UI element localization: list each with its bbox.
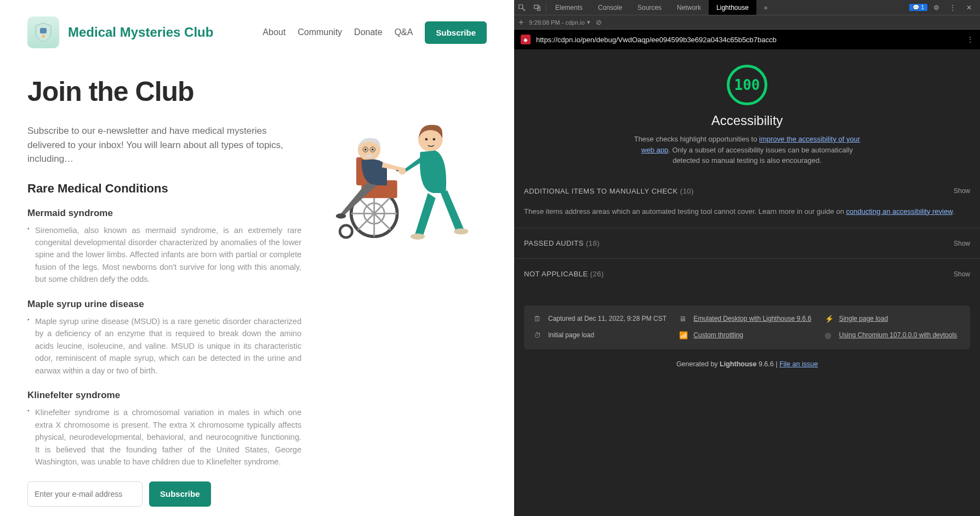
svg-point-26: [454, 228, 468, 234]
score-value: 100: [734, 77, 760, 93]
main-nav: About Community Donate Q&A Subscribe: [263, 21, 487, 44]
favicon-icon: ◆: [521, 35, 531, 44]
nav-community[interactable]: Community: [298, 27, 342, 37]
generated-by: Generated by Lighthouse 9.6.6 | File an …: [514, 358, 980, 377]
show-toggle[interactable]: Show: [954, 270, 970, 278]
show-toggle[interactable]: Show: [954, 187, 970, 195]
accessibility-review-link[interactable]: conducting an accessibility review: [846, 207, 953, 216]
svg-point-11: [340, 225, 352, 237]
condition-body: Maple syrup urine disease (MSUD) is a ra…: [35, 315, 301, 377]
main-content: Join the Club Subscribe to our e-newslet…: [27, 76, 301, 516]
audit-passed-label: Passed audits: [524, 239, 584, 247]
svg-point-20: [336, 213, 346, 218]
file-issue-link[interactable]: File an issue: [779, 360, 818, 368]
audit-na-count: (26): [590, 270, 604, 278]
chrome-icon: ◎: [825, 331, 834, 341]
audit-manual-row[interactable]: Additional items to manually check (10) …: [514, 176, 980, 206]
tab-overflow[interactable]: »: [756, 0, 776, 15]
brand-title: Medical Mysteries Club: [68, 25, 213, 40]
tab-network[interactable]: Network: [669, 0, 709, 15]
page-title: Join the Club: [27, 76, 301, 107]
settings-icon[interactable]: ⚙: [928, 4, 944, 12]
calendar-icon: 🗓: [534, 314, 543, 324]
audit-manual-desc: These items address areas which an autom…: [514, 206, 980, 228]
subscribe-submit-button[interactable]: Subscribe: [149, 481, 211, 507]
timer-icon: ⏱: [534, 331, 543, 341]
webpage: Medical Mysteries Club About Community D…: [0, 0, 514, 516]
hero-illustration: [318, 76, 487, 516]
logo-icon: [27, 16, 59, 48]
show-toggle[interactable]: Show: [954, 240, 970, 247]
report-metadata: 🗓Captured at Dec 11, 2022, 9:28 PM CST 🖥…: [524, 305, 970, 349]
tab-sources[interactable]: Sources: [630, 0, 669, 15]
subscribe-button[interactable]: Subscribe: [425, 21, 487, 44]
nav-about[interactable]: About: [263, 27, 286, 37]
condition-title: Mermaid syndrome: [27, 208, 301, 219]
meta-throttling: 📶Custom throttling: [679, 331, 814, 341]
issues-badge[interactable]: 💬 1: [909, 4, 927, 11]
issues-count: 1: [921, 4, 924, 10]
condition-title: Maple syrup urine disease: [27, 299, 301, 310]
intro-text: Subscribe to our e-newsletter and have m…: [27, 124, 301, 166]
brand: Medical Mysteries Club: [27, 16, 213, 48]
url-menu-icon[interactable]: ⋮: [967, 36, 973, 43]
section-heading: Rare Medical Conditions: [27, 182, 301, 196]
lighthouse-report[interactable]: 100 Accessibility These checks highlight…: [514, 49, 980, 516]
svg-rect-1: [42, 35, 45, 38]
lighthouse-toolbar: + 9:28:08 PM - cdpn.io ▾ ⊘: [514, 15, 980, 30]
nav-donate[interactable]: Donate: [354, 27, 383, 37]
site-header: Medical Mysteries Club About Community D…: [27, 16, 487, 48]
meta-initial: ⏱Initial page load: [534, 331, 669, 341]
svg-point-17: [372, 149, 374, 151]
network-icon: 📶: [679, 331, 688, 341]
device-toggle-icon[interactable]: [529, 0, 545, 15]
separator: [546, 2, 546, 13]
svg-rect-0: [40, 28, 47, 33]
close-icon[interactable]: ✕: [961, 4, 977, 12]
devtools-tabbar: Elements Console Sources Network Lightho…: [514, 0, 980, 15]
score-description: These checks highlight opportunities to …: [632, 134, 862, 166]
bolt-icon: ⚡: [825, 314, 834, 324]
meta-spa: ⚡Single page load: [825, 314, 960, 324]
nav-qa[interactable]: Q&A: [395, 27, 413, 37]
email-field[interactable]: [27, 481, 143, 507]
condition-body: Klinefelter syndrome is a chromosomal va…: [35, 406, 301, 468]
report-url: https://cdpn.io/pen/debug/VwdOaqp/ee0945…: [536, 36, 961, 44]
condition-body: Sirenomelia, also known as mermaid syndr…: [35, 224, 301, 286]
report-url-bar: ◆ https://cdpn.io/pen/debug/VwdOaqp/ee09…: [514, 30, 980, 49]
audit-na-label: Not applicable: [524, 270, 588, 278]
tab-elements[interactable]: Elements: [548, 0, 590, 15]
score-category: Accessibility: [711, 113, 783, 128]
meta-captured: 🗓Captured at Dec 11, 2022, 9:28 PM CST: [534, 314, 669, 324]
clear-icon[interactable]: ⊘: [596, 18, 602, 26]
more-icon[interactable]: ⋮: [945, 4, 960, 12]
new-report-icon[interactable]: +: [519, 18, 523, 27]
audit-passed-count: (18): [586, 239, 600, 247]
inspect-icon[interactable]: [514, 0, 529, 15]
svg-point-16: [364, 149, 367, 151]
svg-point-22: [425, 138, 428, 141]
audit-manual-count: (10): [680, 187, 694, 195]
tab-lighthouse[interactable]: Lighthouse: [709, 0, 756, 15]
report-timestamp[interactable]: 9:28:08 PM - cdpn.io ▾: [529, 19, 590, 26]
desktop-icon: 🖥: [679, 314, 688, 324]
svg-point-23: [433, 138, 436, 141]
audit-passed-row[interactable]: Passed audits (18) Show: [514, 228, 980, 258]
score-gauge: 100: [727, 65, 767, 105]
meta-emulated: 🖥Emulated Desktop with Lighthouse 9.6.6: [679, 314, 814, 324]
svg-point-25: [411, 234, 425, 240]
svg-point-24: [398, 167, 406, 174]
subscribe-form: Subscribe: [27, 481, 301, 507]
audit-manual-label: Additional items to manually check: [524, 187, 678, 195]
tab-console[interactable]: Console: [590, 0, 630, 15]
audit-na-row[interactable]: Not applicable (26) Show: [514, 258, 980, 289]
condition-title: Klinefelter syndrome: [27, 390, 301, 401]
devtools-panel: Elements Console Sources Network Lightho…: [514, 0, 980, 516]
meta-chromium: ◎Using Chromium 107.0.0.0 with devtools: [825, 331, 960, 341]
